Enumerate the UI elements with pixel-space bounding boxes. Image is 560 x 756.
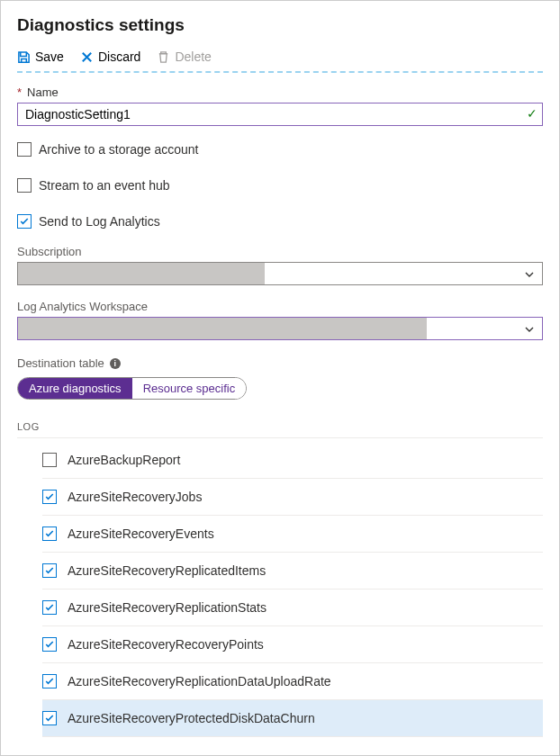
log-item-label: AzureBackupReport <box>68 453 180 467</box>
loganalytics-row: Send to Log Analytics <box>17 214 543 229</box>
valid-check-icon: ✓ <box>527 106 537 121</box>
log-checkbox[interactable] <box>42 600 57 615</box>
subscription-label: Subscription <box>17 245 543 258</box>
workspace-select[interactable] <box>17 317 543 340</box>
log-checkbox[interactable] <box>42 563 57 578</box>
discard-button[interactable]: Discard <box>80 50 140 64</box>
log-item-label: AzureSiteRecoveryReplicatedItems <box>68 563 266 578</box>
destination-option-resource-specific[interactable]: Resource specific <box>132 378 247 399</box>
save-button[interactable]: Save <box>17 50 64 64</box>
log-checkbox[interactable] <box>42 711 57 725</box>
save-label: Save <box>35 50 64 64</box>
log-checkbox[interactable] <box>42 637 57 652</box>
log-list: AzureBackupReportAzureSiteRecoveryJobsAz… <box>42 442 543 737</box>
eventhub-row: Stream to an event hub <box>17 178 543 193</box>
subscription-redacted <box>18 263 265 284</box>
delete-button: Delete <box>157 50 211 64</box>
log-item: AzureBackupReport <box>42 442 543 479</box>
page-title: Diagnostics settings <box>17 15 543 35</box>
required-asterisk: * <box>17 86 22 99</box>
log-item: AzureSiteRecoveryReplicationDataUploadRa… <box>42 663 543 700</box>
toolbar: Save Discard Delete <box>17 46 543 73</box>
workspace-redacted <box>18 318 427 339</box>
name-label-row: * Name <box>17 86 543 99</box>
workspace-label: Log Analytics Workspace <box>17 300 543 313</box>
discard-label: Discard <box>98 50 140 64</box>
name-label: Name <box>27 86 59 99</box>
save-icon <box>17 50 31 64</box>
archive-checkbox[interactable] <box>17 142 32 157</box>
subscription-select[interactable] <box>17 262 543 285</box>
log-checkbox[interactable] <box>42 490 57 504</box>
log-item-label: AzureSiteRecoveryRecoveryPoints <box>68 637 264 652</box>
log-item-label: AzureSiteRecoveryReplicationStats <box>68 600 266 615</box>
log-checkbox[interactable] <box>42 526 57 541</box>
eventhub-checkbox[interactable] <box>17 178 32 193</box>
delete-label: Delete <box>175 50 211 64</box>
loganalytics-label: Send to Log Analytics <box>39 214 160 229</box>
name-input[interactable] <box>17 103 543 126</box>
log-checkbox[interactable] <box>42 674 57 688</box>
info-icon[interactable]: i <box>110 358 121 369</box>
archive-row: Archive to a storage account <box>17 142 543 157</box>
log-checkbox[interactable] <box>42 453 57 467</box>
log-item-label: AzureSiteRecoveryEvents <box>68 526 214 541</box>
log-section-header: LOG <box>17 421 543 438</box>
log-item-label: AzureSiteRecoveryReplicationDataUploadRa… <box>68 674 331 688</box>
loganalytics-checkbox[interactable] <box>17 214 32 229</box>
destination-option-azure-diagnostics[interactable]: Azure diagnostics <box>18 378 132 399</box>
chevron-down-icon <box>524 267 535 284</box>
log-item: AzureSiteRecoveryJobs <box>42 479 543 516</box>
log-item: AzureSiteRecoveryProtectedDiskDataChurn <box>42 700 543 737</box>
destination-table-label: Destination table <box>17 356 104 370</box>
trash-icon <box>157 50 170 64</box>
log-item-label: AzureSiteRecoveryProtectedDiskDataChurn <box>68 711 315 725</box>
archive-label: Archive to a storage account <box>39 142 198 157</box>
chevron-down-icon <box>524 322 535 338</box>
log-item-label: AzureSiteRecoveryJobs <box>68 490 202 504</box>
log-item: AzureSiteRecoveryReplicatedItems <box>42 553 543 590</box>
log-item: AzureSiteRecoveryReplicationStats <box>42 590 543 626</box>
destination-table-toggle: Azure diagnostics Resource specific <box>17 377 247 400</box>
log-item: AzureSiteRecoveryEvents <box>42 516 543 553</box>
log-item: AzureSiteRecoveryRecoveryPoints <box>42 626 543 663</box>
eventhub-label: Stream to an event hub <box>39 178 170 193</box>
close-icon <box>80 50 94 64</box>
